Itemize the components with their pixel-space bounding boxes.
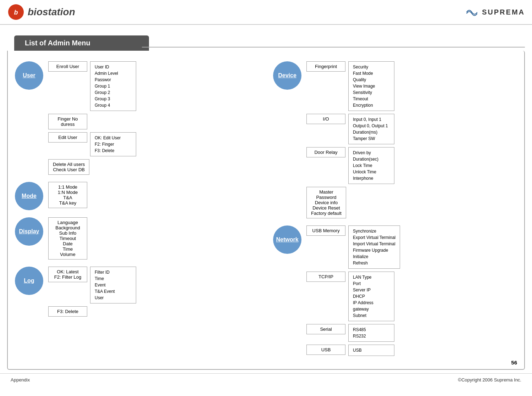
biostation-icon: b [7, 3, 25, 21]
device-section: Device Fingerprint Security Fast Mode Qu… [273, 61, 517, 218]
main-content: User Enroll User User ID Admin Level Pas… [7, 51, 525, 370]
enroll-user-menu: Enroll User [48, 61, 87, 72]
log-filter-sub: Filter ID Time Event T&A Event User [90, 267, 136, 303]
diagram-container: User Enroll User User ID Admin Level Pas… [15, 61, 517, 356]
page-number: 56 [511, 359, 517, 366]
mode-menu: 1:1 Mode 1:N Mode T&A T&A key [48, 182, 87, 208]
footer-right: ©Copyright 2006 Suprema Inc. [458, 377, 521, 383]
page-title: List of Admin Menu [14, 35, 149, 51]
display-circle-btn[interactable]: Display [15, 217, 43, 246]
tcpip-row: TCP/IP LAN Type Port Server IP DHCP IP A… [306, 272, 400, 321]
user-section: User Enroll User User ID Admin Level Pas… [15, 61, 259, 175]
io-menu: I/O [306, 114, 345, 124]
mode-circle-btn[interactable]: Mode [15, 182, 43, 210]
edit-user-sub: OK: Edit User F2: Finger F3: Delete [90, 132, 136, 156]
master-password-row: Master Password Device info Device Reset… [306, 187, 394, 218]
log-filter-row: OK: Latest F2: Filter Log Filter ID Time… [48, 267, 136, 303]
fingerprint-menu: Fingerprint [306, 61, 345, 72]
footer: Appendix ©Copyright 2006 Suprema Inc. [0, 373, 532, 386]
serial-sub: RS485 RS232 [348, 324, 394, 342]
usb-memory-sub: Synchronize Export Virtual Terminal Impo… [348, 225, 400, 269]
io-row: I/O Input 0, Input 1 Output 0, Output 1 … [306, 114, 394, 144]
delete-users-menu: Delete All users Check User DB [48, 159, 89, 175]
biostation-text: biostation [28, 6, 75, 18]
door-relay-menu: Door Relay [306, 147, 345, 157]
usb-row: USB USB [306, 345, 400, 356]
edit-user-row: Edit User OK: Edit User F2: Finger F3: D… [48, 132, 136, 156]
delete-users-row: Delete All users Check User DB [48, 159, 136, 175]
finger-no-row: Finger No duress [48, 114, 136, 129]
usb-sub: USB [348, 345, 394, 356]
network-circle-btn[interactable]: Network [273, 225, 301, 254]
usb-menu: USB [306, 345, 345, 355]
usb-memory-row: USB Memory Synchronize Export Virtual Te… [306, 225, 400, 269]
tcpip-sub: LAN Type Port Server IP DHCP IP Address … [348, 272, 394, 321]
fingerprint-row: Fingerprint Security Fast Mode Quality V… [306, 61, 394, 111]
fingerprint-sub: Security Fast Mode Quality View Image Se… [348, 61, 394, 111]
edit-user-menu: Edit User [48, 132, 87, 143]
left-side: User Enroll User User ID Admin Level Pas… [15, 61, 259, 356]
log-filter-menu: OK: Latest F2: Filter Log [48, 267, 87, 282]
io-sub: Input 0, Input 1 Output 0, Output 1 Dura… [348, 114, 394, 144]
log-circle-btn[interactable]: Log [15, 267, 43, 295]
serial-menu: Serial [306, 324, 345, 334]
log-delete-row: F3: Delete [48, 306, 136, 317]
footer-left: Appendix [11, 377, 30, 383]
suprema-icon [464, 4, 480, 20]
suprema-text: SUPREMA [482, 8, 525, 16]
right-side: Device Fingerprint Security Fast Mode Qu… [273, 61, 517, 356]
enroll-user-row: Enroll User User ID Admin Level Passwor … [48, 61, 136, 111]
mode-section: Mode 1:1 Mode 1:N Mode T&A T&A key [15, 182, 259, 210]
serial-row: Serial RS485 RS232 [306, 324, 400, 342]
enroll-user-sub: User ID Admin Level Passwor Group 1 Grou… [90, 61, 136, 111]
door-relay-sub: Driven by Duration(sec) Lock Time Unlock… [348, 147, 394, 184]
title-rule [142, 47, 525, 48]
svg-text:b: b [14, 9, 18, 16]
master-password-menu: Master Password Device info Device Reset… [306, 187, 346, 218]
display-menu: Language Background Sub Info Timeout Dat… [48, 217, 87, 260]
usb-memory-menu: USB Memory [306, 225, 345, 236]
header: b biostation SUPREMA [0, 0, 532, 25]
network-section: Network USB Memory Synchronize Export Vi… [273, 225, 517, 356]
log-delete-menu: F3: Delete [48, 306, 87, 317]
user-circle-btn[interactable]: User [15, 61, 43, 90]
log-section: Log OK: Latest F2: Filter Log Filter ID … [15, 267, 259, 317]
logo-suprema: SUPREMA [464, 4, 525, 20]
tcpip-menu: TCP/IP [306, 272, 345, 282]
door-relay-row: Door Relay Driven by Duration(sec) Lock … [306, 147, 394, 184]
device-circle-btn[interactable]: Device [273, 61, 301, 90]
finger-no-menu: Finger No duress [48, 114, 87, 129]
logo-biostation: b biostation [7, 3, 75, 21]
display-section: Display Language Background Sub Info Tim… [15, 217, 259, 260]
